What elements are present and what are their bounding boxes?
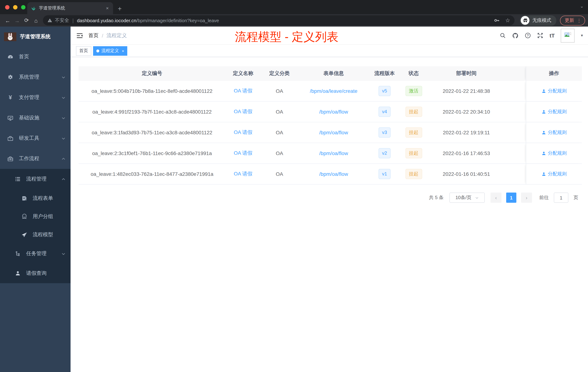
col-header-category: 定义分类 (261, 66, 298, 81)
version-tag: v4 (378, 107, 390, 117)
chevron-down-icon (62, 96, 65, 99)
sidebar-item-label: 任务管理 (26, 251, 56, 257)
url-domain: dashboard.yudao.iocoder.cn (77, 18, 136, 23)
font-size-icon[interactable]: tT (550, 33, 555, 39)
window-controls (5, 5, 25, 10)
assign-rule-button[interactable]: 分配规则 (541, 88, 567, 94)
tab-title: 芋道管理系统 (39, 5, 105, 11)
current-page-button[interactable]: 1 (506, 193, 516, 203)
sidebar-item-process-model[interactable]: 流程模型 (0, 226, 71, 244)
sidebar-item-label: 系统管理 (19, 74, 56, 80)
sidebar-item-task-manage[interactable]: 任务管理 (0, 244, 71, 263)
sidebar-item-label: 请假查询 (26, 270, 65, 277)
definition-name-link[interactable]: OA 请假 (234, 171, 252, 177)
search-icon[interactable] (500, 33, 506, 39)
tag-home[interactable]: 首页 (76, 46, 91, 55)
breadcrumb-home[interactable]: 首页 (88, 32, 99, 39)
form-link[interactable]: /bpm/oa/flow (319, 150, 348, 156)
table-row: oa_leave:3:1fad3d93-7b75-11ec-a3c8-acde4… (79, 122, 582, 143)
next-page-button[interactable]: › (521, 193, 532, 203)
version-tag: v2 (378, 148, 390, 158)
assign-rule-button[interactable]: 分配规则 (541, 109, 567, 115)
assign-rule-button[interactable]: 分配规则 (541, 150, 567, 156)
address-bar[interactable]: 不安全 | dashboard.yudao.iocoder.cn /bpm/ma… (43, 15, 514, 25)
status-tag: 激活 (405, 86, 422, 96)
deploy-time: 2022-01-22 21:48:38 (427, 81, 505, 101)
fullscreen-icon[interactable] (537, 33, 544, 39)
sidebar-item-payment[interactable]: ¥ 支付管理 (0, 87, 71, 108)
browser-menu-update-button[interactable]: 更新 ⋮ (560, 15, 585, 25)
assign-rule-button[interactable]: 分配规则 (541, 129, 567, 136)
avatar-broken-image[interactable] (561, 29, 575, 42)
sidebar-item-process-manage[interactable]: 流程管理 (0, 169, 71, 189)
avatar-caret-down-icon[interactable]: ▾ (581, 33, 583, 38)
definition-category: OA (261, 101, 298, 122)
definition-table: 定义编号 定义名称 定义分类 表单信息 流程版本 状态 部署时间 操作 oa_l… (79, 66, 582, 185)
version-tag: v5 (378, 86, 390, 96)
sidebar-toggle-hamburger-icon[interactable] (71, 33, 88, 38)
zoom-window-button[interactable] (21, 5, 25, 10)
sidebar-item-label: 研发工具 (19, 135, 56, 142)
tab-search-icon[interactable]: ⌄ (580, 4, 584, 9)
definition-name-link[interactable]: OA 请假 (234, 150, 252, 156)
col-header-name: 定义名称 (225, 66, 261, 81)
assign-rule-button[interactable]: 分配规则 (541, 171, 567, 177)
form-link[interactable]: /bpm/oa/flow (319, 109, 348, 115)
incognito-label: 无痕模式 (532, 17, 551, 24)
col-header-status: 状态 (400, 66, 427, 81)
minimize-window-button[interactable] (13, 5, 17, 10)
definition-id: oa_leave:1:482ec033-762a-11ec-8477-a2380… (79, 164, 225, 184)
security-warning-icon (47, 18, 52, 23)
sidebar-item-user-group[interactable]: 用户分组 (0, 208, 71, 226)
goto-page-input[interactable] (554, 193, 568, 203)
back-icon[interactable]: ← (3, 17, 12, 23)
form-link[interactable]: /bpm/oa/flow (319, 130, 348, 135)
version-tag: v1 (378, 169, 390, 179)
chevron-down-icon (62, 75, 65, 79)
new-tab-button[interactable]: + (118, 5, 122, 12)
definition-id: oa_leave:4:991f2193-7b7f-11ec-a3c8-acde4… (79, 101, 225, 122)
toolbox-icon (7, 135, 13, 142)
close-window-button[interactable] (5, 5, 10, 10)
tag-process-definition[interactable]: 流程定义 × (93, 46, 127, 55)
definition-name-link[interactable]: OA 请假 (234, 88, 252, 94)
active-tag-dot (96, 49, 99, 52)
page-unit-label: 页 (573, 194, 578, 201)
status-tag: 挂起 (405, 107, 422, 117)
definition-id: oa_leave:3:1fad3d93-7b75-11ec-a3c8-acde4… (79, 122, 225, 143)
sidebar-item-home[interactable]: 首页 (0, 47, 71, 67)
page-size-value: 10条/页 (455, 194, 472, 201)
home-icon[interactable]: ⌂ (31, 17, 41, 23)
col-header-actions: 操作 (526, 66, 582, 81)
password-key-icon[interactable] (494, 17, 499, 23)
help-question-icon[interactable]: ? (525, 33, 531, 39)
menu-dots-icon: ⋮ (577, 18, 581, 23)
bookmark-star-icon[interactable]: ☆ (505, 17, 510, 24)
sidebar-item-label: 首页 (19, 54, 65, 60)
browser-toolbar: ← → ⟳ ⌂ 不安全 | dashboard.yudao.iocoder.cn… (0, 14, 588, 27)
svg-text:?: ? (527, 34, 529, 37)
deploy-time: 2022-01-16 01:40:51 (427, 164, 505, 184)
tag-close-icon[interactable]: × (122, 49, 124, 53)
sidebar-item-system[interactable]: 系统管理 (0, 67, 71, 87)
browser-tab[interactable]: 芋道管理系统 × (27, 2, 113, 14)
sidebar-item-devtools[interactable]: 研发工具 (0, 128, 71, 149)
page-size-select[interactable]: 10条/页 (450, 193, 485, 203)
select-chevron-down-icon (475, 196, 479, 200)
sidebar-item-leave-query[interactable]: 请假查询 (0, 263, 71, 283)
prev-page-button[interactable]: ‹ (491, 193, 502, 203)
sidebar-item-infrastructure[interactable]: 基础设施 (0, 108, 71, 128)
sidebar-item-label: 流程管理 (26, 176, 56, 182)
form-link[interactable]: /bpm/oa/leave/create (310, 88, 357, 94)
tab-close-icon[interactable]: × (105, 5, 109, 11)
forward-icon[interactable]: → (12, 17, 22, 23)
sidebar-item-workflow[interactable]: 工作流程 (0, 149, 71, 169)
definition-name-link[interactable]: OA 请假 (234, 109, 252, 115)
reload-icon[interactable]: ⟳ (22, 17, 31, 24)
briefcase-icon (7, 156, 13, 162)
form-link[interactable]: /bpm/oa/flow (319, 171, 348, 177)
pagination-total: 共 5 条 (429, 194, 444, 201)
sidebar-item-process-form[interactable]: 流程表单 (0, 189, 71, 208)
github-icon[interactable] (512, 32, 519, 39)
definition-name-link[interactable]: OA 请假 (234, 129, 252, 136)
